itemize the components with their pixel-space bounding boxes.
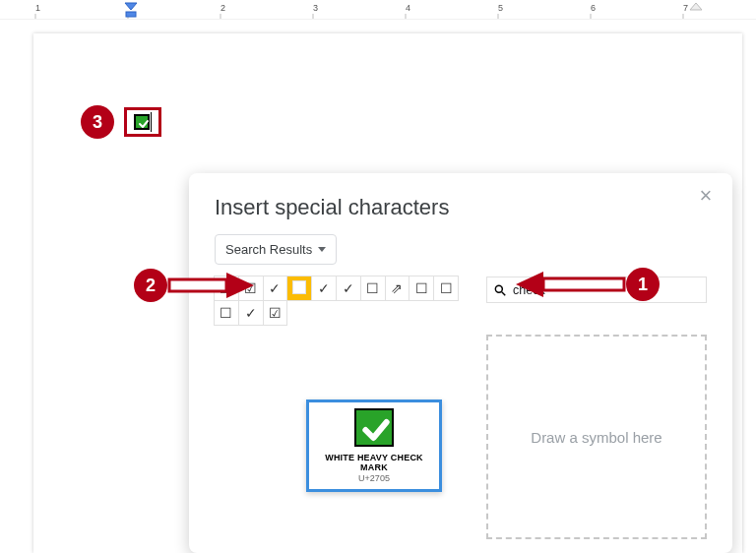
left-indent-marker[interactable] — [124, 2, 138, 18]
character-preview-popover: WHITE HEAVY CHECK MARK U+2705 — [306, 399, 442, 492]
dialog-title: Insert special characters — [215, 195, 707, 220]
draw-placeholder-text: Draw a symbol here — [531, 429, 662, 446]
svg-marker-14 — [226, 273, 254, 298]
white-heavy-check-mark-icon — [354, 408, 394, 447]
right-indent-marker[interactable] — [689, 2, 703, 18]
svg-rect-13 — [169, 279, 226, 291]
character-name: WHITE HEAVY CHECK MARK — [315, 453, 433, 472]
annotation-badge-3: 3 — [81, 105, 114, 139]
character-results-grid: ☐ ☑ ✓ ✓ ✓ ☐ ⇗ ☐ ☐ ☐ — [215, 276, 469, 539]
character-codepoint: U+2705 — [358, 473, 390, 483]
text-cursor — [151, 112, 153, 132]
char-cell[interactable]: ☑ — [263, 300, 288, 326]
ruler-mark: 7 — [683, 3, 688, 13]
ruler-mark: 6 — [591, 3, 596, 13]
annotation-badge-1: 1 — [626, 268, 660, 301]
char-cell-selected[interactable] — [286, 276, 312, 301]
category-dropdown-label: Search Results — [225, 242, 312, 257]
chevron-down-icon — [318, 247, 326, 252]
char-cell[interactable]: ☐ — [360, 276, 386, 301]
insert-special-characters-dialog: × Insert special characters Search Resul… — [189, 173, 732, 553]
char-cell[interactable]: ✓ — [311, 276, 337, 301]
horizontal-ruler[interactable]: 1 2 3 4 5 6 7 — [0, 0, 756, 20]
svg-point-11 — [495, 285, 502, 292]
ruler-mark: 2 — [220, 3, 225, 13]
ruler-mark: 3 — [313, 3, 318, 13]
char-cell[interactable]: ☐ — [433, 276, 459, 301]
inserted-character-highlight — [124, 107, 161, 137]
search-icon — [493, 283, 507, 297]
char-cell[interactable]: ✓ — [263, 276, 288, 301]
ruler-mark: 4 — [406, 3, 410, 13]
svg-marker-15 — [516, 272, 543, 297]
svg-rect-16 — [543, 278, 624, 290]
svg-marker-10 — [690, 3, 702, 10]
white-heavy-check-mark-icon — [292, 280, 306, 294]
annotation-arrow-left — [516, 270, 626, 299]
char-cell[interactable]: ✓ — [238, 300, 264, 326]
ruler-mark: 5 — [498, 3, 503, 13]
draw-symbol-canvas[interactable]: Draw a symbol here — [486, 335, 707, 539]
ruler-mark: 1 — [35, 3, 40, 13]
svg-marker-8 — [125, 3, 137, 10]
annotation-badge-2: 2 — [134, 269, 167, 302]
svg-line-12 — [502, 291, 506, 295]
svg-rect-9 — [126, 12, 136, 17]
char-cell[interactable]: ✓ — [336, 276, 361, 301]
category-dropdown[interactable]: Search Results — [215, 234, 337, 265]
annotation-arrow-right — [167, 271, 256, 300]
inserted-white-heavy-check-mark — [134, 114, 150, 130]
char-cell[interactable]: ⇗ — [385, 276, 410, 301]
close-dialog-button[interactable]: × — [695, 185, 717, 207]
char-cell[interactable]: ☐ — [214, 300, 239, 326]
char-cell[interactable]: ☐ — [409, 276, 434, 301]
